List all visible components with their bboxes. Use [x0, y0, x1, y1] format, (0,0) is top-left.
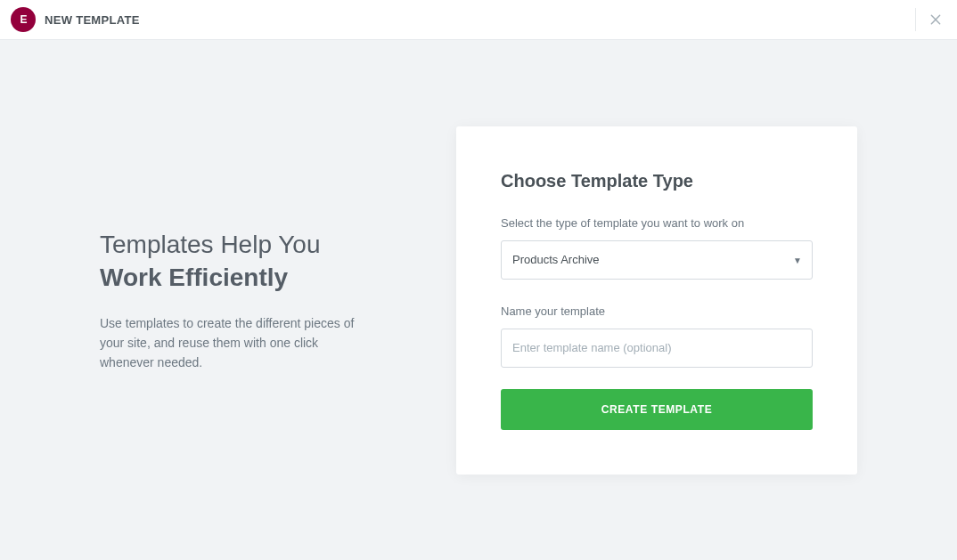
content-row: Templates Help You Work Efficiently Use …	[100, 126, 857, 475]
modal-title: New Template	[45, 13, 140, 27]
modal-body: Templates Help You Work Efficiently Use …	[0, 40, 957, 560]
type-select-wrap: Products Archive ▼	[501, 240, 813, 280]
template-name-input[interactable]	[501, 329, 813, 368]
create-template-button[interactable]: Create Template	[501, 389, 813, 430]
intro-paragraph: Use templates to create the different pi…	[100, 314, 367, 372]
form-heading: Choose Template Type	[501, 171, 813, 191]
form-card: Choose Template Type Select the type of …	[456, 126, 857, 475]
modal-header: E New Template	[0, 0, 957, 40]
type-field-label: Select the type of template you want to …	[501, 216, 813, 230]
header-divider	[915, 8, 916, 31]
intro-heading-line1: Templates Help You	[100, 231, 321, 258]
close-icon	[929, 13, 942, 26]
intro-column: Templates Help You Work Efficiently Use …	[100, 228, 367, 373]
elementor-logo: E	[11, 7, 36, 32]
intro-heading: Templates Help You Work Efficiently	[100, 228, 367, 296]
template-type-select[interactable]: Products Archive	[501, 240, 813, 280]
name-field-label: Name your template	[501, 304, 813, 318]
elementor-logo-text: E	[20, 13, 26, 26]
intro-heading-line2: Work Efficiently	[100, 261, 367, 295]
close-button[interactable]	[925, 9, 946, 30]
